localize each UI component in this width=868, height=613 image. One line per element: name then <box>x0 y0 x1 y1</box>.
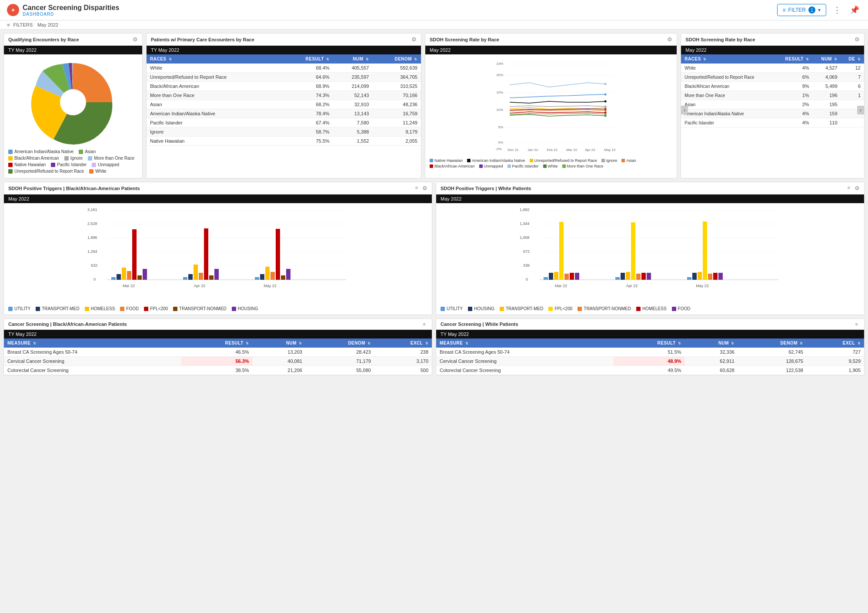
svg-text:10%: 10% <box>496 108 503 112</box>
svg-text:2,528: 2,528 <box>87 221 97 226</box>
col-num[interactable]: NUM ⇅ <box>333 54 373 64</box>
svg-rect-96 <box>687 277 691 280</box>
cancer-black-col-excl[interactable]: EXCL ⇅ <box>374 338 432 348</box>
cancer-white-filter-icon[interactable]: ≡ <box>855 322 858 327</box>
col-denom[interactable]: DENOM ⇅ <box>372 54 421 64</box>
cancer-black-col-denom[interactable]: DENOM ⇅ <box>306 338 374 348</box>
sdoh-black-filter-icon[interactable]: ≡ <box>415 185 418 191</box>
cancer-white-col-measure[interactable]: MEASURE ⇅ <box>436 338 614 348</box>
patients-primary-care-table-container[interactable]: RACES ⇅ RESULT ⇅ NUM ⇅ DENOM ⇅ White68.4… <box>147 54 421 146</box>
sdoh-rate-table-container[interactable]: RACES ⇅ RESULT ⇅ NUM ⇅ DE ⇅ White4%4,527… <box>681 54 864 127</box>
pin-button[interactable]: 📌 <box>848 3 861 17</box>
sdoh-white-gear[interactable]: ⚙ <box>855 185 860 191</box>
svg-rect-94 <box>647 273 651 280</box>
cell-num: 1,552 <box>333 137 373 146</box>
cell-result: 2% <box>775 100 813 109</box>
sdoh-white-filter-icon[interactable]: ≡ <box>848 185 850 191</box>
col-num-sdoh[interactable]: NUM ⇅ <box>813 54 841 64</box>
table-row: Asian2%195 <box>681 100 864 109</box>
svg-rect-49 <box>143 269 147 280</box>
svg-text:Mar 22: Mar 22 <box>123 284 135 288</box>
svg-text:Jan 22: Jan 22 <box>527 148 538 152</box>
cell-num: 13,203 <box>253 348 306 357</box>
svg-rect-48 <box>137 275 142 280</box>
cancer-black-col-num[interactable]: NUM ⇅ <box>253 338 306 348</box>
legend-ignore-line: Ignore <box>601 158 618 163</box>
patients-primary-care-gear[interactable]: ⚙ <box>411 36 417 43</box>
cell-result: 67.4% <box>283 118 333 127</box>
sdoh-black-header: SDOH Positive Triggers | Black/African-A… <box>4 182 432 194</box>
legend-fpl-black: FPL<200 <box>144 306 168 311</box>
cancer-black-col-measure[interactable]: MEASURE ⇅ <box>4 338 181 348</box>
sdoh-line-gear[interactable]: ⚙ <box>667 36 672 43</box>
col-races-sdoh[interactable]: RACES ⇅ <box>681 54 775 64</box>
col-result-sdoh[interactable]: RESULT ⇅ <box>775 54 813 64</box>
cell-result: 4% <box>775 64 813 73</box>
cell-num: 60,628 <box>685 366 738 375</box>
legend-unreported-line: Unreported/Refused to Report Race <box>530 158 597 163</box>
cell-de: 1 <box>841 91 864 100</box>
svg-rect-82 <box>554 272 558 280</box>
scroll-right-btn[interactable]: › <box>857 106 864 114</box>
cell-race: Unreported/Refused to Report Race <box>681 73 775 82</box>
cell-num: 32,336 <box>685 348 738 357</box>
cancer-white-title: Cancer Screening | White Patients <box>441 322 518 327</box>
svg-text:Apr 22: Apr 22 <box>194 284 206 288</box>
cell-result: 64.6% <box>283 73 333 82</box>
cancer-white-col-result[interactable]: RESULT ⇅ <box>614 338 685 348</box>
table-row: Colorectal Cancer Screening49.5%60,62812… <box>436 366 864 375</box>
svg-text:3,161: 3,161 <box>87 208 97 212</box>
sdoh-black-gear[interactable]: ⚙ <box>422 185 427 191</box>
cell-result: 4% <box>775 109 813 118</box>
table-row: American Indian/Alaska Native78.4%13,143… <box>147 109 421 118</box>
svg-text:672: 672 <box>523 249 530 254</box>
more-button[interactable]: ⋮ <box>831 3 843 17</box>
cancer-black-title: Cancer Screening | Black/African-America… <box>8 322 127 327</box>
col-de-sdoh[interactable]: DE ⇅ <box>841 54 864 64</box>
cell-denom: 2,055 <box>372 137 421 146</box>
legend-white-line: White <box>543 164 558 168</box>
cancer-black-col-result[interactable]: RESULT ⇅ <box>181 338 253 348</box>
col-races[interactable]: RACES ⇅ <box>147 54 283 64</box>
cell-race: Asian <box>681 100 775 109</box>
cancer-white-col-num[interactable]: NUM ⇅ <box>685 338 738 348</box>
sdoh-rate-table-gear[interactable]: ⚙ <box>855 36 860 43</box>
legend-color-american-indian <box>8 150 13 154</box>
legend-asian: Asian <box>79 149 96 154</box>
table-row: Pacific Islander4%110 <box>681 118 864 127</box>
cancer-white-col-denom[interactable]: DENOM ⇅ <box>738 338 807 348</box>
legend-color-asian <box>79 150 83 154</box>
cancer-white-col-excl[interactable]: EXCL ⇅ <box>807 338 864 348</box>
sdoh-white-chart: 1,682 1,344 1,008 672 336 0 <box>441 207 860 302</box>
sdoh-black-chart: 3,161 2,528 1,896 1,264 632 0 <box>8 207 427 302</box>
legend-food-white: FOOD <box>672 306 691 311</box>
cell-denom: 310,525 <box>372 82 421 91</box>
cell-de <box>841 118 864 127</box>
cancer-black-filter-icon[interactable]: ≡ <box>423 322 426 327</box>
qualifying-encounters-period: TY May 2022 <box>4 46 142 54</box>
legend-native-hawaiian: Native Hawaiian <box>8 162 46 167</box>
legend-color-white <box>89 169 93 174</box>
pie-legend: American Indian/Alaska Native Asian Blac… <box>8 149 138 174</box>
svg-point-0 <box>60 89 86 115</box>
filter-button[interactable]: ≡ FILTER 1 ▾ <box>777 4 826 16</box>
scroll-left-btn[interactable]: ‹ <box>681 106 688 114</box>
qualifying-encounters-gear[interactable]: ⚙ <box>133 36 138 43</box>
svg-text:5%: 5% <box>498 125 503 129</box>
sdoh-white-title: SDOH Positive Triggers | White Patients <box>441 186 531 191</box>
svg-point-29 <box>604 106 607 108</box>
col-result[interactable]: RESULT ⇅ <box>283 54 333 64</box>
svg-rect-101 <box>713 273 718 280</box>
sdoh-white-period: May 2022 <box>436 194 864 203</box>
cell-excl: 1,905 <box>807 366 864 375</box>
sdoh-rate-table-period: May 2022 <box>681 46 864 54</box>
svg-text:1,264: 1,264 <box>87 249 97 254</box>
svg-text:20%: 20% <box>496 73 503 77</box>
svg-rect-47 <box>132 229 137 280</box>
cell-num: 52,143 <box>333 91 373 100</box>
header-right: ≡ FILTER 1 ▾ ⋮ 📌 <box>777 3 861 17</box>
cell-denom: 128,675 <box>738 357 807 366</box>
svg-rect-61 <box>265 267 270 280</box>
cancer-black-panel: Cancer Screening | Black/African-America… <box>3 318 432 375</box>
filter-bar-value: May 2022 <box>37 22 58 27</box>
